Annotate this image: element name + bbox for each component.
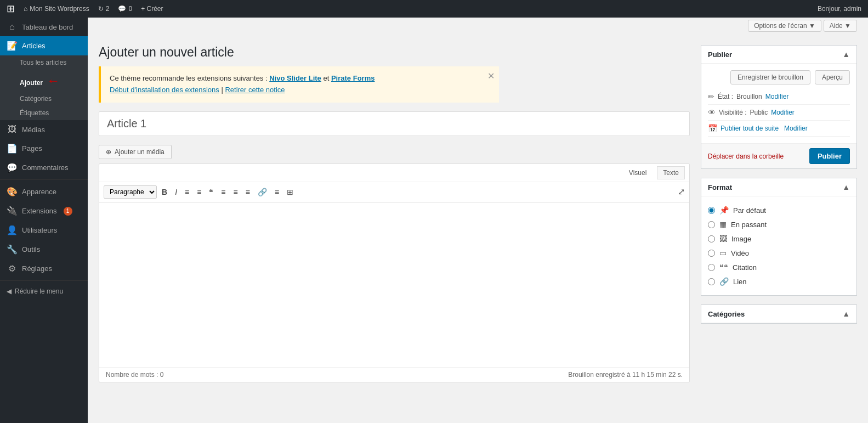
- main-content: Options de l'écran ▼ Aide ▼ Ajouter un n…: [88, 18, 868, 423]
- editor-wrapper: Visuel Texte Paragraphe B I ≡ ≡ ❝ ≡ ≡: [99, 163, 690, 382]
- format-option-image: 🖼 Image: [708, 232, 850, 246]
- format-radio-citation[interactable]: [708, 264, 715, 271]
- paragraph-select[interactable]: Paragraphe: [104, 185, 157, 199]
- categories-box-title: Catégories: [708, 310, 745, 318]
- comments-icon: 💬: [118, 5, 126, 13]
- sidebar-item-outils[interactable]: 🔧 Outils: [0, 240, 88, 259]
- screen-options-bar: Options de l'écran ▼ Aide ▼: [88, 18, 868, 34]
- sidebar-item-apparence[interactable]: 🎨 Apparence: [0, 182, 88, 201]
- link-button[interactable]: 🔗: [255, 186, 270, 198]
- comments-item[interactable]: 💬 0: [118, 5, 132, 13]
- word-count: Nombre de mots : 0: [106, 371, 163, 379]
- publish-box-header[interactable]: Publier ▲: [701, 46, 856, 64]
- install-extensions-link[interactable]: Début d'installation des extensions: [110, 86, 219, 94]
- sidebar-item-reglages[interactable]: ⚙ Réglages: [0, 259, 88, 278]
- format-box: Format ▲ 📌 Par défaut ▦ En passant: [701, 178, 857, 296]
- format-radio-image[interactable]: [708, 235, 715, 242]
- sub-item-etiquettes[interactable]: Étiquettes: [0, 106, 88, 120]
- sub-item-categories[interactable]: Catégories: [0, 92, 88, 106]
- sidebar-right: Publier ▲ Enregistrer le brouillon Aperç…: [701, 45, 857, 412]
- site-name[interactable]: ⌂ Mon Site Wordpress: [24, 5, 89, 13]
- publish-toggle-icon[interactable]: ▲: [842, 50, 850, 59]
- format-image-label[interactable]: Image: [731, 235, 751, 243]
- preview-button[interactable]: Aperçu: [815, 70, 850, 84]
- editor-footer: Nombre de mots : 0 Brouillon enregistré …: [99, 367, 689, 382]
- trash-link[interactable]: Déplacer dans la corbeille: [708, 153, 784, 160]
- add-media-button[interactable]: ⊕ Ajouter un média: [99, 145, 172, 159]
- categories-box: Catégories ▲: [701, 304, 857, 324]
- sidebar-item-tableau-de-bord[interactable]: ⌂ Tableau de bord: [0, 18, 88, 36]
- format-radio-defaut[interactable]: [708, 207, 715, 214]
- main-column: Ajouter un nouvel article ✕ Ce thème rec…: [99, 45, 690, 412]
- format-citation-icon: ❝❝: [719, 263, 728, 272]
- status-modifier-link[interactable]: Modifier: [765, 93, 789, 100]
- table-button[interactable]: ⊞: [284, 186, 296, 198]
- format-toggle-icon[interactable]: ▲: [842, 183, 850, 191]
- articles-submenu: Tous les articles Ajouter ← Catégories É…: [0, 55, 88, 120]
- format-lien-label[interactable]: Lien: [733, 278, 747, 286]
- expand-button[interactable]: ⤢: [678, 187, 685, 197]
- format-radio-en-passant[interactable]: [708, 221, 715, 228]
- updates-icon: ↻: [98, 5, 104, 13]
- notice-close-icon[interactable]: ✕: [487, 71, 495, 81]
- format-en-passant-label[interactable]: En passant: [731, 221, 767, 229]
- publish-box-title: Publier: [708, 50, 732, 59]
- commentaires-icon: 💬: [7, 162, 18, 173]
- format-option-defaut: 📌 Par défaut: [708, 203, 850, 217]
- sidebar-item-medias[interactable]: 🖼 Médias: [0, 120, 88, 139]
- save-draft-button[interactable]: Enregistrer le brouillon: [730, 70, 810, 84]
- outils-icon: 🔧: [7, 244, 18, 255]
- sub-item-tous-articles[interactable]: Tous les articles: [0, 55, 88, 70]
- publish-date-modifier-link[interactable]: Modifier: [784, 125, 808, 132]
- visibility-icon: 👁: [708, 108, 716, 117]
- blockquote-button[interactable]: ❝: [206, 186, 216, 198]
- format-citation-label[interactable]: Citation: [733, 263, 757, 272]
- format-option-en-passant: ▦ En passant: [708, 217, 850, 232]
- user-greeting: Bonjour, admin: [818, 5, 861, 13]
- publish-button[interactable]: Publier: [809, 148, 850, 164]
- format-radio-lien[interactable]: [708, 278, 715, 285]
- screen-options-button[interactable]: Options de l'écran ▼: [748, 20, 821, 32]
- italic-button[interactable]: I: [172, 186, 180, 198]
- home-icon: ⌂: [24, 5, 27, 13]
- admin-menu: ⌂ Tableau de bord 📝 Articles Tous les ar…: [0, 18, 88, 423]
- nivo-slider-link[interactable]: Nivo Slider Lite: [269, 74, 321, 82]
- sidebar-item-utilisateurs[interactable]: 👤 Utilisateurs: [0, 221, 88, 240]
- unordered-list-button[interactable]: ≡: [182, 186, 192, 198]
- publish-date-link[interactable]: Publier tout de suite: [721, 125, 779, 132]
- pirate-forms-link[interactable]: Pirate Forms: [331, 74, 375, 82]
- align-center-button[interactable]: ≡: [231, 186, 241, 198]
- more-button[interactable]: ≡: [272, 186, 282, 198]
- red-arrow-indicator: ←: [47, 73, 60, 88]
- tab-text[interactable]: Texte: [657, 166, 685, 179]
- sidebar-item-commentaires[interactable]: 💬 Commentaires: [0, 158, 88, 177]
- add-media-icon: ⊕: [106, 148, 111, 156]
- help-button[interactable]: Aide ▼: [824, 20, 857, 32]
- visibility-modifier-link[interactable]: Modifier: [771, 109, 795, 116]
- retirer-notice-link[interactable]: Retirer cette notice: [225, 86, 285, 94]
- create-item[interactable]: + Créer: [141, 5, 163, 13]
- updates-item[interactable]: ↻ 2: [98, 5, 110, 13]
- bold-button[interactable]: B: [159, 186, 170, 198]
- format-video-label[interactable]: Vidéo: [731, 249, 749, 257]
- editor-body[interactable]: [99, 202, 689, 367]
- categories-box-header[interactable]: Catégories ▲: [701, 305, 856, 323]
- format-box-header[interactable]: Format ▲: [701, 178, 856, 196]
- article-title-input[interactable]: [99, 111, 690, 136]
- ordered-list-button[interactable]: ≡: [194, 186, 204, 198]
- format-defaut-icon: 📌: [719, 206, 729, 215]
- wp-logo-icon[interactable]: ⊞: [7, 3, 15, 15]
- tab-visual[interactable]: Visuel: [623, 166, 653, 179]
- sub-item-ajouter[interactable]: Ajouter ←: [0, 70, 88, 92]
- categories-toggle-icon[interactable]: ▲: [842, 309, 850, 318]
- format-radio-video[interactable]: [708, 250, 715, 257]
- sidebar-item-extensions[interactable]: 🔌 Extensions 1: [0, 201, 88, 221]
- reduce-menu-button[interactable]: ◀ Réduire le menu: [0, 283, 88, 300]
- align-left-button[interactable]: ≡: [218, 186, 228, 198]
- format-defaut-label[interactable]: Par défaut: [733, 206, 766, 215]
- sidebar-item-articles[interactable]: 📝 Articles: [0, 36, 88, 55]
- page-title: Ajouter un nouvel article: [99, 45, 690, 60]
- status-icon: ✏: [708, 92, 714, 101]
- align-right-button[interactable]: ≡: [243, 186, 253, 198]
- sidebar-item-pages[interactable]: 📄 Pages: [0, 139, 88, 158]
